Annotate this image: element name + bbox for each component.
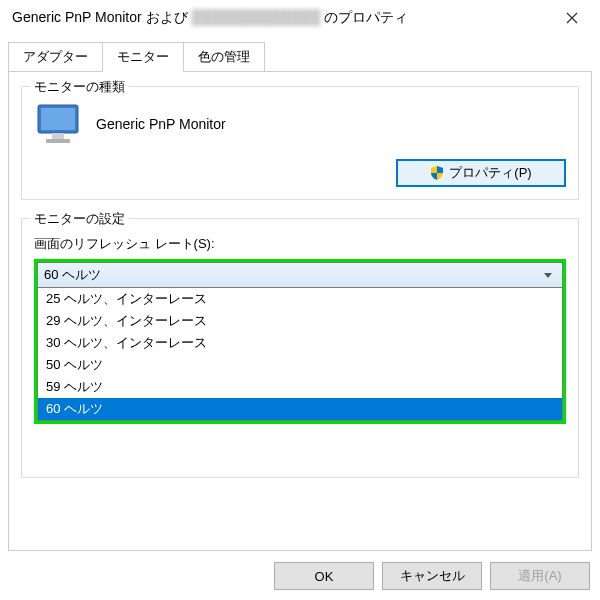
svg-rect-3 (41, 108, 75, 130)
refresh-rate-label: 画面のリフレッシュ レート(S): (34, 235, 566, 253)
refresh-rate-selected: 60 ヘルツ (44, 266, 540, 284)
monitor-icon (34, 103, 82, 145)
tab-content: モニターの種類 Generic PnP Monitor プロパティ(P) モニタ (8, 71, 592, 551)
properties-button-label: プロパティ(P) (449, 164, 531, 182)
monitor-info-row: Generic PnP Monitor (34, 103, 566, 145)
tab-color[interactable]: 色の管理 (183, 42, 265, 72)
ok-button[interactable]: OK (274, 562, 374, 590)
tab-monitor[interactable]: モニター (102, 42, 184, 72)
monitor-settings-title: モニターの設定 (30, 210, 129, 228)
refresh-option[interactable]: 25 ヘルツ、インターレース (38, 288, 562, 310)
tab-strip: アダプター モニター 色の管理 (0, 36, 600, 72)
refresh-rate-highlight: 60 ヘルツ 25 ヘルツ、インターレース 29 ヘルツ、インターレース 30 … (34, 259, 566, 424)
svg-rect-4 (52, 133, 64, 139)
properties-button[interactable]: プロパティ(P) (396, 159, 566, 187)
title-blurred: █████████████ (191, 9, 320, 25)
cancel-button[interactable]: キャンセル (382, 562, 482, 590)
titlebar: Generic PnP Monitor および █████████████ のプ… (0, 0, 600, 36)
monitor-type-group: モニターの種類 Generic PnP Monitor プロパティ(P) (21, 86, 579, 200)
apply-button[interactable]: 適用(A) (490, 562, 590, 590)
monitor-name-label: Generic PnP Monitor (96, 116, 226, 132)
refresh-option[interactable]: 60 ヘルツ (38, 398, 562, 420)
monitor-settings-group: モニターの設定 画面のリフレッシュ レート(S): 60 ヘルツ 25 ヘルツ、… (21, 218, 579, 478)
dialog-buttons: OK キャンセル 適用(A) (274, 562, 590, 590)
monitor-type-title: モニターの種類 (30, 78, 129, 96)
refresh-option[interactable]: 29 ヘルツ、インターレース (38, 310, 562, 332)
tab-adapter[interactable]: アダプター (8, 42, 103, 72)
uac-shield-icon (430, 166, 444, 180)
refresh-option[interactable]: 50 ヘルツ (38, 354, 562, 376)
refresh-option[interactable]: 30 ヘルツ、インターレース (38, 332, 562, 354)
title-prefix: Generic PnP Monitor および (12, 9, 188, 25)
title-suffix: のプロパティ (324, 9, 408, 25)
chevron-down-icon (540, 273, 556, 278)
properties-button-row: プロパティ(P) (34, 159, 566, 187)
window-title: Generic PnP Monitor および █████████████ のプ… (12, 9, 552, 27)
refresh-option[interactable]: 59 ヘルツ (38, 376, 562, 398)
refresh-rate-dropdown: 25 ヘルツ、インターレース 29 ヘルツ、インターレース 30 ヘルツ、インタ… (37, 288, 563, 421)
close-icon (566, 12, 578, 24)
close-button[interactable] (552, 3, 592, 33)
svg-rect-5 (46, 139, 70, 143)
refresh-rate-combobox[interactable]: 60 ヘルツ (37, 262, 563, 288)
